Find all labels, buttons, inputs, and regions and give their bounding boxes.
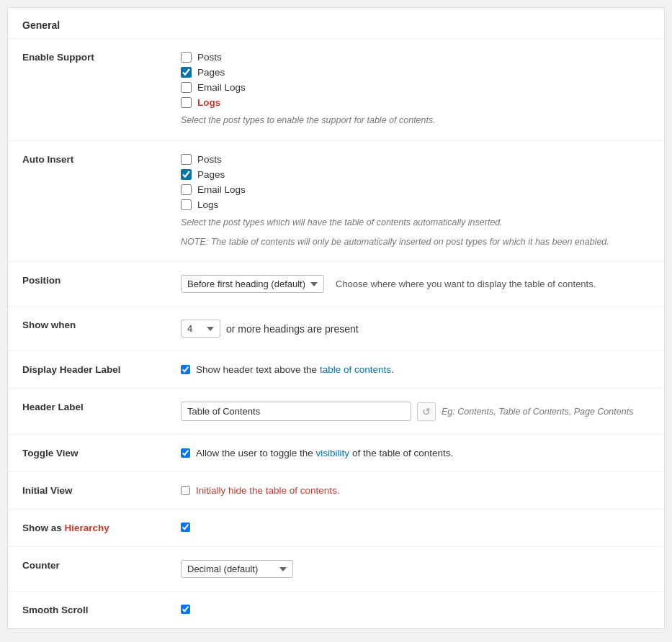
- show-when-select[interactable]: 2 3 4 5 6 7 8 9 10: [181, 320, 220, 338]
- auto-insert-value: Posts Pages Email Logs Logs Select the: [166, 140, 664, 262]
- auto-emaillogs-checkbox[interactable]: [181, 184, 192, 195]
- header-label-eg-text: Eg: Contents, Table of Contents, Page Co…: [442, 407, 633, 417]
- show-as-hierarchy-row: Show as Hierarchy: [8, 510, 664, 547]
- auto-emaillogs-row: Email Logs: [181, 184, 650, 195]
- initial-view-label: Initial View: [8, 472, 166, 510]
- auto-posts-row: Posts: [181, 154, 650, 165]
- smooth-scroll-value: [166, 592, 664, 629]
- enable-emaillogs-checkbox[interactable]: [181, 82, 192, 93]
- enable-support-row: Enable Support Posts Pages Email Logs: [8, 39, 664, 140]
- enable-pages-row: Pages: [181, 67, 650, 78]
- auto-logs-label: Logs: [197, 199, 218, 210]
- enable-posts-row: Posts: [181, 52, 650, 63]
- initial-view-description: Initially hide the table of contents.: [196, 485, 340, 496]
- smooth-scroll-checkbox[interactable]: [181, 605, 190, 614]
- enable-pages-label: Pages: [197, 67, 225, 78]
- show-when-label: Show when: [8, 307, 166, 351]
- toggle-view-label: Toggle View: [8, 435, 166, 472]
- show-as-hierarchy-label: Show as Hierarchy: [8, 510, 166, 547]
- section-title: General: [8, 8, 664, 39]
- enable-posts-label: Posts: [197, 52, 222, 63]
- enable-emaillogs-row: Email Logs: [181, 82, 650, 93]
- enable-emaillogs-label: Email Logs: [197, 82, 246, 93]
- display-header-checkbox[interactable]: [181, 365, 190, 374]
- counter-label: Counter: [8, 547, 166, 592]
- auto-emaillogs-label: Email Logs: [197, 184, 246, 195]
- header-label-row: Header Label ↺ Eg: Contents, Table of Co…: [8, 389, 664, 435]
- position-label: Position: [8, 262, 166, 307]
- initial-view-checkbox[interactable]: [181, 486, 190, 495]
- auto-logs-row: Logs: [181, 199, 650, 210]
- display-header-label-value: Show header text above the table of cont…: [166, 351, 664, 389]
- display-header-label-label: Display Header Label: [8, 351, 166, 389]
- show-when-row: Show when 2 3 4 5 6 7 8 9 10: [8, 307, 664, 351]
- auto-pages-row: Pages: [181, 169, 650, 180]
- show-when-value: 2 3 4 5 6 7 8 9 10 or more headings are …: [166, 307, 664, 351]
- enable-pages-checkbox[interactable]: [181, 67, 192, 78]
- show-as-hierarchy-value: [166, 510, 664, 547]
- header-label-value: ↺ Eg: Contents, Table of Contents, Page …: [166, 389, 664, 435]
- auto-posts-checkbox[interactable]: [181, 154, 192, 165]
- toggle-view-description: Allow the user to toggle the visibility …: [196, 448, 453, 458]
- enable-logs-row: Logs: [181, 97, 650, 108]
- display-header-label-row: Display Header Label Show header text ab…: [8, 351, 664, 389]
- auto-pages-checkbox[interactable]: [181, 169, 192, 180]
- toggle-view-value: Allow the user to toggle the visibility …: [166, 435, 664, 472]
- position-value: Before first heading (default) After fir…: [166, 262, 664, 307]
- enable-support-label: Enable Support: [8, 39, 166, 140]
- smooth-scroll-label: Smooth Scroll: [8, 592, 166, 629]
- auto-insert-description2: NOTE: The table of contents will only be…: [181, 235, 650, 249]
- counter-row: Counter None Decimal (default) Decimal l…: [8, 547, 664, 592]
- counter-value: None Decimal (default) Decimal leading z…: [166, 547, 664, 592]
- auto-insert-label: Auto Insert: [8, 140, 166, 262]
- enable-logs-label: Logs: [197, 97, 220, 108]
- settings-container: General Enable Support Posts Pages: [7, 7, 665, 629]
- show-when-suffix: or more headings are present: [226, 323, 359, 335]
- toggle-view-row: Toggle View Allow the user to toggle the…: [8, 435, 664, 472]
- show-as-hierarchy-checkbox[interactable]: [181, 523, 190, 532]
- auto-posts-label: Posts: [197, 154, 222, 165]
- auto-insert-row: Auto Insert Posts Pages Email Logs: [8, 140, 664, 262]
- counter-select[interactable]: None Decimal (default) Decimal leading z…: [181, 560, 293, 578]
- initial-view-value: Initially hide the table of contents.: [166, 472, 664, 510]
- reset-icon[interactable]: ↺: [417, 402, 436, 421]
- enable-support-description: Select the post types to enable the supp…: [181, 114, 650, 127]
- position-description: Choose where where you want to display t…: [336, 279, 596, 289]
- enable-posts-checkbox[interactable]: [181, 52, 192, 63]
- auto-insert-description1: Select the post types which will have th…: [181, 216, 650, 230]
- position-row: Position Before first heading (default) …: [8, 262, 664, 307]
- display-header-description: Show header text above the table of cont…: [196, 364, 394, 375]
- enable-logs-checkbox[interactable]: [181, 97, 192, 108]
- settings-table: Enable Support Posts Pages Email Logs: [8, 39, 664, 628]
- position-select[interactable]: Before first heading (default) After fir…: [181, 275, 324, 293]
- header-label-label: Header Label: [8, 389, 166, 435]
- initial-view-row: Initial View Initially hide the table of…: [8, 472, 664, 510]
- auto-pages-label: Pages: [197, 169, 225, 180]
- auto-logs-checkbox[interactable]: [181, 199, 192, 210]
- toggle-view-checkbox[interactable]: [181, 448, 190, 458]
- header-label-input[interactable]: [181, 402, 411, 421]
- enable-support-value: Posts Pages Email Logs Logs Select the: [166, 39, 664, 140]
- smooth-scroll-row: Smooth Scroll: [8, 592, 664, 629]
